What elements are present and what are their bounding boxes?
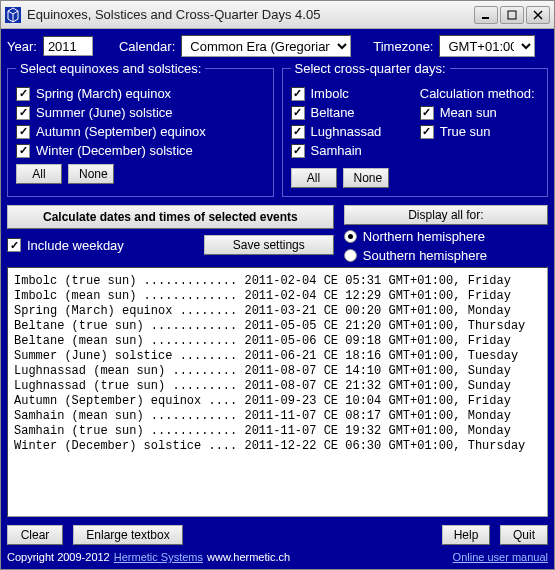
display-all-button[interactable]: Display all for: (344, 205, 548, 225)
es-item-2-row: ✓Autumn (September) equinox (16, 124, 265, 139)
south-hemisphere-label: Southern hemisphere (363, 248, 487, 263)
es-all-button[interactable]: All (16, 164, 62, 184)
cq-method-1-checkbox[interactable]: ✓ (420, 125, 434, 139)
cq-item-3-checkbox[interactable]: ✓ (291, 144, 305, 158)
cq-method-1-row: ✓True sun (420, 124, 539, 139)
north-hemisphere-label: Northern hemisphere (363, 229, 485, 244)
cq-item-0-row: ✓Imbolc (291, 86, 410, 101)
clear-button[interactable]: Clear (7, 525, 63, 545)
timezone-select[interactable]: GMT+01:00 (439, 35, 535, 57)
es-item-3-row: ✓Winter (December) solstice (16, 143, 265, 158)
es-item-1-row: ✓Summer (June) solstice (16, 105, 265, 120)
equinox-solstice-group: Select equinoxes and solstices: ✓Spring … (7, 61, 274, 197)
copyright-text: Copyright 2009-2012 (7, 551, 110, 563)
south-hemisphere-radio[interactable] (344, 249, 357, 262)
cq-method-1-label: True sun (440, 124, 491, 139)
cq-method-0-checkbox[interactable]: ✓ (420, 106, 434, 120)
maximize-button[interactable] (500, 6, 524, 24)
include-weekday-label: Include weekday (27, 238, 124, 253)
app-window: Equinoxes, Solstices and Cross-Quarter D… (0, 0, 555, 570)
es-item-3-checkbox[interactable]: ✓ (16, 144, 30, 158)
cq-item-1-row: ✓Beltane (291, 105, 410, 120)
titlebar: Equinoxes, Solstices and Cross-Quarter D… (1, 1, 554, 29)
es-legend: Select equinoxes and solstices: (16, 61, 205, 76)
company-link[interactable]: Hermetic Systems (114, 551, 203, 563)
calendar-select[interactable]: Common Era (Gregorian) (181, 35, 351, 57)
calc-method-label: Calculation method: (420, 86, 539, 101)
app-icon (5, 7, 21, 23)
cross-quarter-group: Select cross-quarter days: ✓Imbolc✓Belta… (282, 61, 549, 197)
cq-none-button[interactable]: None (343, 168, 389, 188)
cq-legend: Select cross-quarter days: (291, 61, 450, 76)
calculate-button[interactable]: Calculate dates and times of selected ev… (7, 205, 334, 229)
enlarge-textbox-button[interactable]: Enlarge textbox (73, 525, 183, 545)
es-item-0-row: ✓Spring (March) equinox (16, 86, 265, 101)
cq-item-1-label: Beltane (311, 105, 355, 120)
cq-item-1-checkbox[interactable]: ✓ (291, 106, 305, 120)
cq-item-0-checkbox[interactable]: ✓ (291, 87, 305, 101)
north-hemisphere-radio[interactable] (344, 230, 357, 243)
es-item-1-label: Summer (June) solstice (36, 105, 173, 120)
window-title: Equinoxes, Solstices and Cross-Quarter D… (27, 7, 468, 22)
top-controls: Year: Calendar: Common Era (Gregorian) T… (7, 35, 548, 57)
company-url: www.hermetic.ch (207, 551, 290, 563)
quit-button[interactable]: Quit (500, 525, 548, 545)
save-settings-button[interactable]: Save settings (204, 235, 334, 255)
help-button[interactable]: Help (442, 525, 490, 545)
timezone-label: Timezone: (373, 39, 433, 54)
es-item-0-checkbox[interactable]: ✓ (16, 87, 30, 101)
results-textbox[interactable]: Imbolc (true sun) ............. 2011-02-… (7, 267, 548, 517)
cq-item-2-label: Lughnassad (311, 124, 382, 139)
cq-item-3-label: Samhain (311, 143, 362, 158)
es-item-1-checkbox[interactable]: ✓ (16, 106, 30, 120)
cq-method-0-label: Mean sun (440, 105, 497, 120)
es-item-2-checkbox[interactable]: ✓ (16, 125, 30, 139)
close-button[interactable] (526, 6, 550, 24)
es-item-3-label: Winter (December) solstice (36, 143, 193, 158)
cq-item-3-row: ✓Samhain (291, 143, 410, 158)
cq-all-button[interactable]: All (291, 168, 337, 188)
cq-item-2-row: ✓Lughnassad (291, 124, 410, 139)
es-none-button[interactable]: None (68, 164, 114, 184)
cq-item-2-checkbox[interactable]: ✓ (291, 125, 305, 139)
include-weekday-checkbox[interactable]: ✓ (7, 238, 21, 252)
year-label: Year: (7, 39, 37, 54)
year-input[interactable] (43, 36, 93, 56)
cq-item-0-label: Imbolc (311, 86, 349, 101)
cq-method-0-row: ✓Mean sun (420, 105, 539, 120)
calendar-label: Calendar: (119, 39, 175, 54)
es-item-0-label: Spring (March) equinox (36, 86, 171, 101)
minimize-button[interactable] (474, 6, 498, 24)
svg-rect-2 (508, 11, 516, 19)
online-manual-link[interactable]: Online user manual (453, 551, 548, 563)
es-item-2-label: Autumn (September) equinox (36, 124, 206, 139)
